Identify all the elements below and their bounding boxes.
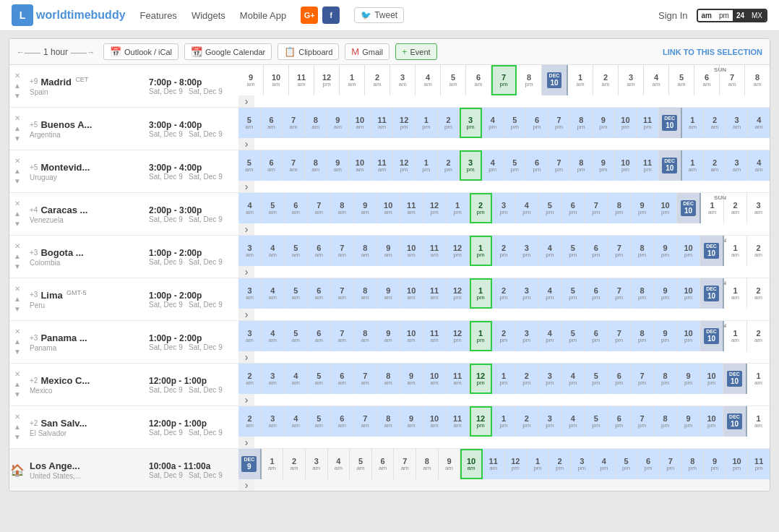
hc-5-ca[interactable]: 5am: [262, 193, 285, 223]
hour-cell-1pm-madrid[interactable]: 1am: [340, 65, 365, 95]
hc-5-bog[interactable]: 5am: [285, 236, 308, 266]
hc-1-lima[interactable]: 1pm: [470, 278, 493, 309]
hour-cell-4am-madrid[interactable]: 4am: [416, 65, 441, 95]
hc-11-mex[interactable]: 11am: [447, 364, 470, 394]
hour-cell-11am-madrid[interactable]: 11am: [289, 65, 314, 95]
hc-4-ss2[interactable]: 4pm: [561, 406, 585, 437]
remove-mex[interactable]: ✕: [14, 370, 21, 379]
hc-2-bog[interactable]: 2pm: [492, 236, 515, 266]
hc-7-bog2[interactable]: 7pm: [608, 236, 631, 266]
tweet-button[interactable]: 🐦 Tweet: [354, 7, 404, 23]
hc-10-ba2[interactable]: 10pm: [615, 108, 637, 138]
hc-11-la[interactable]: 11am: [483, 449, 505, 479]
hc-4-bog[interactable]: 4am: [262, 236, 285, 266]
hc-7-mv2[interactable]: 7pm: [548, 150, 571, 181]
hc-2-lima3[interactable]: 2am: [747, 278, 770, 309]
hc-7pm-la[interactable]: 7pm: [660, 449, 682, 479]
hc-9-mex[interactable]: 9am: [400, 364, 423, 394]
city-name-mv[interactable]: Montevid...: [40, 162, 90, 173]
remove-madrid[interactable]: ✕: [14, 72, 21, 80]
hc-6-ca[interactable]: 6am: [285, 193, 308, 223]
hc-1-pan3[interactable]: 1am: [724, 321, 747, 351]
hc-7-ba2[interactable]: 7pm: [548, 108, 571, 138]
remove-mv[interactable]: ✕: [14, 157, 21, 166]
move-down-pan[interactable]: ▼: [13, 348, 22, 356]
hc-8-mex[interactable]: 8am: [377, 364, 400, 394]
hour-cell-5am-madrid[interactable]: 5am: [441, 65, 466, 95]
hc-1-lima3[interactable]: 1am: [724, 278, 747, 309]
hc-1-ss3[interactable]: 1am: [747, 406, 770, 437]
move-down-madrid[interactable]: ▼: [13, 92, 22, 100]
move-up-bog[interactable]: ▲: [13, 252, 22, 261]
hc-10-ca[interactable]: 10am: [377, 193, 400, 223]
hc-4-ba3[interactable]: 4am: [748, 108, 770, 138]
hc-6-ba2[interactable]: 6pm: [526, 108, 548, 138]
link-selection-button[interactable]: LINK TO THIS SELECTION: [663, 48, 762, 56]
hc-9-pan2[interactable]: 9pm: [654, 321, 677, 351]
scroll-right-ca[interactable]: ›: [238, 223, 254, 235]
hc-5-ca2[interactable]: 5pm: [538, 193, 561, 223]
hc-4-ca2[interactable]: 4pm: [515, 193, 538, 223]
hc-2-mv[interactable]: 2pm: [438, 150, 460, 181]
hc-1-bog[interactable]: 1pm: [470, 236, 493, 266]
hc-7-ca[interactable]: 7am: [308, 193, 331, 223]
hc-10-mex[interactable]: 10am: [423, 364, 447, 394]
hc-6-mex[interactable]: 6am: [331, 364, 354, 394]
hc-2-mex[interactable]: 2am: [238, 364, 262, 394]
clipboard-button[interactable]: 📋 Clipboard: [277, 43, 339, 60]
hc-5pm-la[interactable]: 5pm: [616, 449, 638, 479]
hc-4-mv[interactable]: 4pm: [482, 150, 504, 181]
hc-5-pan2[interactable]: 5pm: [561, 321, 585, 351]
move-up-mex[interactable]: ▲: [13, 380, 22, 389]
hc-11-ba2[interactable]: 11pm: [637, 108, 659, 138]
hc-10-ca2[interactable]: 10pm: [654, 193, 677, 223]
hc-2-ss[interactable]: 2am: [238, 406, 262, 437]
hc-9-mex2[interactable]: 9pm: [677, 364, 700, 394]
hc-div-mv[interactable]: DEC10: [659, 150, 682, 181]
scroll-right-mv[interactable]: ›: [238, 181, 254, 192]
scroll-right-mex[interactable]: ›: [238, 394, 254, 406]
hc-6-pan2[interactable]: 6pm: [585, 321, 608, 351]
hc-1-mv[interactable]: 1pm: [416, 150, 438, 181]
hc-1-ca[interactable]: 1pm: [447, 193, 470, 223]
city-name-ca[interactable]: Caracas ...: [40, 205, 87, 215]
hour-cell-4-madrid[interactable]: 4am: [644, 65, 669, 95]
hc-1-ba[interactable]: 1pm: [416, 108, 438, 138]
nav-widgets[interactable]: Widgets: [191, 10, 225, 21]
hc-4-mex[interactable]: 4am: [285, 364, 308, 394]
logo[interactable]: L worldtimebuddy: [12, 4, 126, 26]
hc-10-pan2[interactable]: 10pm: [677, 321, 700, 351]
hc-8-mv[interactable]: 8am: [305, 150, 327, 181]
hc-9-mv2[interactable]: 9pm: [593, 150, 615, 181]
hc-5-ba[interactable]: 5am: [238, 108, 261, 138]
hc-7-pan2[interactable]: 7pm: [608, 321, 631, 351]
hc-12-lima[interactable]: 12pm: [447, 278, 470, 309]
hc-1-mex[interactable]: 1pm: [492, 364, 515, 394]
hc-6-ca2[interactable]: 6pm: [561, 193, 585, 223]
hc-6-mv[interactable]: 6am: [261, 150, 283, 181]
hc-9-ca[interactable]: 9am: [354, 193, 377, 223]
hc-4-bog2[interactable]: 4pm: [538, 236, 561, 266]
hc-8-ca[interactable]: 8am: [331, 193, 354, 223]
city-name-la[interactable]: Los Ange...: [30, 460, 80, 471]
hc-6-bog2[interactable]: 6pm: [585, 236, 608, 266]
hour-cell-1-madrid[interactable]: 1am: [568, 65, 593, 95]
hc-4-lima2[interactable]: 4pm: [538, 278, 561, 309]
hc-5-ss[interactable]: 5am: [308, 406, 331, 437]
hc-12-la[interactable]: 12pm: [505, 449, 528, 479]
hc-2-pan[interactable]: 2pm: [492, 321, 515, 351]
hc-dec9-la[interactable]: DEC9: [238, 449, 262, 479]
city-name-ba[interactable]: Buenos A...: [40, 119, 92, 130]
hc-10-ba[interactable]: 10am: [349, 108, 371, 138]
hc-1-la[interactable]: 1am: [262, 449, 284, 479]
remove-ba[interactable]: ✕: [14, 114, 21, 123]
remove-ca[interactable]: ✕: [14, 200, 21, 208]
hc-4-lima[interactable]: 4am: [262, 278, 285, 309]
sign-in-button[interactable]: Sign In: [658, 10, 687, 21]
hc-2-bog3[interactable]: 2am: [747, 236, 770, 266]
hc-div-lima[interactable]: DEC10: [700, 278, 724, 309]
hc-7-ca2[interactable]: 7pm: [585, 193, 608, 223]
outlook-button[interactable]: 📅 Outlook / iCal: [103, 43, 178, 60]
hc-4-mex2[interactable]: 4pm: [561, 364, 585, 394]
scroll-right-lima[interactable]: ›: [238, 309, 254, 320]
